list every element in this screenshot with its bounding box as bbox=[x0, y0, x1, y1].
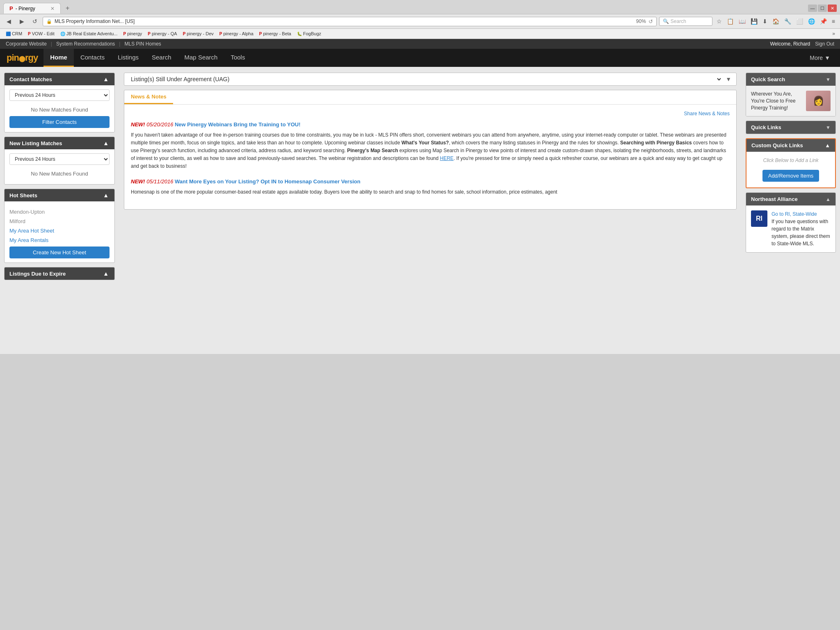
contact-matches-widget: Contact Matches ▲ Previous 24 Hours Prev… bbox=[4, 73, 115, 132]
app-logo[interactable]: pin⬤rgy bbox=[4, 49, 43, 66]
back-button[interactable]: ◀ bbox=[3, 16, 14, 27]
maximize-button[interactable]: ☐ bbox=[818, 5, 827, 12]
nav-more-button[interactable]: More ▼ bbox=[804, 50, 836, 66]
custom-ql-chevron-icon[interactable]: ▲ bbox=[825, 142, 830, 148]
listings-expire-header: Listings Due to Expire ▲ bbox=[5, 267, 114, 280]
bookmark-fogbugz[interactable]: 🐛 FogBugz bbox=[294, 30, 324, 37]
nav-tools[interactable]: Tools bbox=[224, 49, 251, 67]
bookmark-pinergy[interactable]: P pinergy bbox=[121, 30, 145, 37]
new-listing-timeframe-select[interactable]: Previous 24 Hours Previous 48 Hours Prev… bbox=[9, 153, 110, 165]
pinergy-dev-favicon: P bbox=[183, 32, 186, 36]
nav-search[interactable]: Search bbox=[145, 49, 178, 67]
left-sidebar: Contact Matches ▲ Previous 24 Hours Prev… bbox=[0, 67, 119, 354]
add-remove-items-button[interactable]: Add/Remove Items bbox=[762, 170, 819, 182]
hot-sheet-item-myarea[interactable]: My Area Hot Sheet bbox=[9, 226, 110, 235]
quick-links-title: Quick Links bbox=[751, 124, 781, 130]
quick-links-chevron-icon[interactable]: ▼ bbox=[826, 125, 831, 130]
listings-expire-widget: Listings Due to Expire ▲ bbox=[4, 267, 115, 280]
contact-matches-collapse[interactable]: ▲ bbox=[102, 76, 110, 82]
bookmark-pinergy-dev[interactable]: P pinergy - Dev bbox=[180, 30, 216, 37]
system-recommendations-link[interactable]: System Recommendations bbox=[56, 41, 115, 47]
menu-icon[interactable]: ≡ bbox=[830, 17, 837, 25]
reload-icon[interactable]: ↺ bbox=[648, 18, 653, 25]
pin-icon[interactable]: 📌 bbox=[818, 17, 829, 25]
quick-search-title: Quick Search bbox=[751, 76, 785, 82]
bookmark-fogbugz-label: FogBugz bbox=[303, 31, 321, 36]
bookmark-jb[interactable]: 🌐 JB Real Estate Adventu... bbox=[58, 30, 120, 37]
new-tab-button[interactable]: + bbox=[62, 2, 73, 14]
listings-expire-collapse[interactable]: ▲ bbox=[102, 270, 110, 277]
filter-contacts-button[interactable]: Filter Contacts bbox=[9, 116, 110, 128]
create-hot-sheet-button[interactable]: Create New Hot Sheet bbox=[9, 247, 110, 258]
corporate-website-link[interactable]: Corporate Website bbox=[6, 41, 47, 47]
pinergy-alpha-favicon: P bbox=[219, 32, 222, 36]
developer-icon[interactable]: 🔧 bbox=[783, 17, 793, 25]
home-icon[interactable]: 🏠 bbox=[771, 17, 781, 25]
nav-more-label: More bbox=[810, 55, 823, 61]
forward-button[interactable]: ▶ bbox=[16, 16, 27, 27]
nav-map-search[interactable]: Map Search bbox=[178, 49, 224, 67]
bookmark-pinergy-qa[interactable]: P pinergy - QA bbox=[145, 30, 179, 37]
download-icon[interactable]: ⬇ bbox=[761, 17, 769, 25]
quick-links-header: Quick Links ▼ bbox=[746, 121, 835, 134]
bookmark-pinergy-dev-label: pinergy - Dev bbox=[187, 31, 213, 36]
new-listing-matches-widget: New Listing Matches ▲ Previous 24 Hours … bbox=[4, 137, 115, 185]
quick-links-widget: Quick Links ▼ bbox=[746, 121, 836, 134]
bookmark-pinergy-beta[interactable]: P pinergy - Beta bbox=[257, 30, 294, 37]
close-button[interactable]: ✕ bbox=[828, 5, 837, 12]
news-date-2: 05/11/2016 bbox=[146, 178, 175, 185]
bookmark-star-icon[interactable]: ☆ bbox=[715, 17, 724, 25]
hot-sheet-item-milford[interactable]: Milford bbox=[9, 217, 110, 226]
news-item-1: NEW! 05/20/2016 New Pinergy Webinars Bri… bbox=[131, 121, 730, 170]
tab-icon-right[interactable]: ⬜ bbox=[794, 17, 805, 25]
nav-home[interactable]: Home bbox=[43, 49, 74, 67]
news-title-2[interactable]: Want More Eyes on Your Listing? Opt IN t… bbox=[175, 178, 361, 185]
bookmark-pinergy-beta-label: pinergy - Beta bbox=[263, 31, 291, 36]
news-item-2: NEW! 05/11/2016 Want More Eyes on Your L… bbox=[131, 178, 730, 196]
history-icon[interactable]: 📋 bbox=[725, 17, 735, 25]
northeast-alliance-chevron-icon[interactable]: ▲ bbox=[826, 196, 831, 202]
mls-pin-homes-link[interactable]: MLS PIN Homes bbox=[124, 41, 161, 47]
custom-ql-title: Custom Quick Links bbox=[751, 142, 803, 148]
news-headline-1: NEW! 05/20/2016 New Pinergy Webinars Bri… bbox=[131, 121, 730, 129]
listing-type-select[interactable]: Listing(s) Still Under Agreement (UAG) A… bbox=[129, 75, 722, 83]
app-topbar: Corporate Website | System Recommendatio… bbox=[0, 39, 840, 49]
save-icon[interactable]: 💾 bbox=[749, 17, 759, 25]
quick-search-chevron-icon[interactable]: ▼ bbox=[826, 77, 831, 82]
vow-favicon: P bbox=[28, 32, 31, 36]
hot-sheets-collapse[interactable]: ▲ bbox=[102, 192, 110, 199]
here-link[interactable]: HERE bbox=[440, 155, 454, 161]
url-text: MLS Property Information Net... [US] bbox=[55, 18, 634, 24]
bookmark-pinergy-alpha[interactable]: P pinergy - Alpha bbox=[217, 30, 256, 37]
share-news-link[interactable]: Share News & Notes bbox=[684, 111, 730, 116]
news-notes-tab[interactable]: News & Notes bbox=[124, 90, 173, 104]
bookmark-crm[interactable]: 🟦 CRM bbox=[3, 30, 25, 37]
custom-ql-hint: Click Below to Add a Link bbox=[751, 158, 830, 163]
browser-tab[interactable]: P - Pinergy ✕ bbox=[3, 3, 61, 14]
listings-expire-title: Listings Due to Expire bbox=[9, 271, 66, 277]
browser-search-box[interactable]: 🔍 Search bbox=[659, 17, 712, 26]
ri-state-wide-link[interactable]: Go to RI, State-Wide bbox=[772, 211, 817, 217]
address-bar[interactable]: 🔒 MLS Property Information Net... [US] 9… bbox=[43, 17, 657, 26]
sign-out-link[interactable]: Sign Out bbox=[815, 41, 834, 47]
app-navbar: pin⬤rgy Home Contacts Listings Search Ma… bbox=[0, 49, 840, 67]
refresh-button[interactable]: ↺ bbox=[30, 16, 40, 27]
ssl-icon: 🔒 bbox=[46, 19, 52, 24]
minimize-button[interactable]: — bbox=[808, 5, 817, 12]
hot-sheets-widget: Hot Sheets ▲ Mendon-Upton Milford My Are… bbox=[4, 189, 115, 263]
reading-list-icon[interactable]: 📖 bbox=[737, 17, 747, 25]
hot-sheet-item-myarea-rentals[interactable]: My Area Rentals bbox=[9, 235, 110, 245]
northeast-alliance-title: Northeast Alliance bbox=[751, 196, 798, 202]
window-controls: — ☐ ✕ bbox=[808, 5, 837, 12]
tab-close-button[interactable]: ✕ bbox=[50, 6, 55, 11]
new-listing-matches-collapse[interactable]: ▲ bbox=[102, 140, 110, 146]
nav-listings[interactable]: Listings bbox=[111, 49, 145, 67]
contact-matches-timeframe-select[interactable]: Previous 24 Hours Previous 48 Hours Prev… bbox=[9, 89, 110, 101]
bookmarks-more[interactable]: » bbox=[831, 30, 837, 37]
nav-contacts[interactable]: Contacts bbox=[74, 49, 111, 67]
bookmark-vow[interactable]: P VOW - Edit bbox=[25, 30, 57, 37]
news-body: Share News & Notes NEW! 05/20/2016 New P… bbox=[124, 105, 736, 209]
news-title-1[interactable]: New Pinergy Webinars Bring the Training … bbox=[175, 121, 301, 128]
globe-icon[interactable]: 🌐 bbox=[806, 17, 817, 25]
hot-sheet-item-mendon[interactable]: Mendon-Upton bbox=[9, 207, 110, 217]
